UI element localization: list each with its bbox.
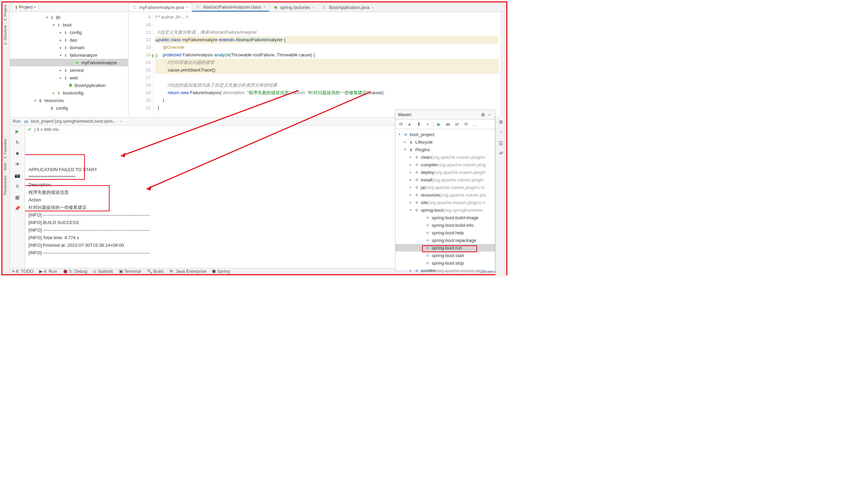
maven-tree-item[interactable]: mspring-boot:stop bbox=[395, 259, 495, 267]
bottom-tab[interactable]: ≡ 6: TODO bbox=[12, 269, 34, 274]
rerun-icon[interactable]: ↻ bbox=[14, 138, 21, 146]
bottom-tab[interactable]: 🐞 5: Debug bbox=[63, 269, 87, 274]
maven-item-label: spring-boot:help bbox=[432, 230, 464, 235]
chevron-icon: ▸ bbox=[58, 68, 63, 72]
maven-tree-item[interactable]: mspring-boot:repackage bbox=[395, 236, 495, 244]
chevron-icon: ▸ bbox=[410, 193, 414, 197]
project-tree[interactable]: ▾▮ljh▾▮boot▸▮config▸▮dao▸▮domain▾▮failur… bbox=[10, 12, 128, 113]
maven-tree-item[interactable]: ▸⚙resources (org.apache.maven.plu bbox=[395, 191, 495, 199]
close-icon[interactable]: × bbox=[263, 5, 266, 9]
lefttab-persist[interactable]: Persistence bbox=[2, 173, 8, 197]
tree-item[interactable]: ▾▮boot bbox=[10, 21, 128, 29]
maven-tree[interactable]: ▾mboot_project▸▮Lifecycle▾▮Plugins▸⚙clea… bbox=[395, 129, 495, 276]
tree-label: web bbox=[70, 75, 78, 80]
chevron-icon: ▸ bbox=[410, 186, 414, 189]
code-line: //自定义失败分析器，继承AbstractFailureAnalyzer bbox=[158, 30, 257, 35]
maven-tool-icon[interactable]: m bbox=[444, 121, 451, 128]
tree-label: failureanalyze bbox=[70, 53, 97, 58]
bottom-tab[interactable]: 🔨 Build bbox=[147, 269, 164, 274]
maven-tool-icon[interactable]: ⟳ bbox=[397, 121, 404, 128]
lefttab-structure[interactable]: Z: Structure bbox=[2, 23, 8, 47]
maven-tool-icon[interactable]: + bbox=[424, 121, 431, 128]
maven-tool-icon[interactable]: ⟲ bbox=[462, 121, 469, 128]
minimize-icon[interactable]: − bbox=[486, 112, 492, 118]
close-icon[interactable]: × bbox=[120, 119, 122, 123]
tree-item[interactable]: ▮config bbox=[10, 104, 128, 112]
maven-tree-item[interactable]: ▾⚙spring-boot (org.springframewor bbox=[395, 206, 495, 214]
pin-icon[interactable]: 📌 bbox=[14, 204, 21, 212]
maven-tool-icon[interactable]: ⇄ bbox=[453, 121, 460, 128]
close-icon[interactable]: × bbox=[312, 5, 314, 10]
tree-item[interactable]: CmyFailureAnalyze bbox=[10, 59, 128, 66]
maven-title: Maven bbox=[398, 112, 412, 117]
maven-tree-item[interactable]: ▸⚙compiler (org.apache.maven.plug bbox=[395, 161, 495, 168]
maven-tree-item[interactable]: ▸⚙surefire (org.apache.maven.plugi bbox=[395, 267, 495, 274]
maven-tree-item[interactable]: mspring-boot:help bbox=[395, 229, 495, 236]
db-icon[interactable]: ☰ bbox=[498, 140, 505, 147]
tree-item[interactable]: ▸▮dao bbox=[10, 36, 128, 44]
run-icon[interactable]: ▶ bbox=[14, 127, 21, 135]
bottom-tab[interactable]: ▣ Terminal bbox=[119, 269, 141, 274]
tree-item[interactable]: ▸▮bootconfig bbox=[10, 89, 128, 97]
lefttab-fav[interactable]: 2: Favorites bbox=[2, 136, 8, 160]
maven-tree-item[interactable]: ▸⚙clean (org.apache.maven.plugins bbox=[395, 153, 495, 161]
view-icon[interactable]: 👁 bbox=[14, 160, 21, 168]
project-view-selector[interactable]: ▮ Project ▾ bbox=[12, 3, 39, 11]
maven-item-group: (org.apache.maven.plugins bbox=[431, 155, 485, 160]
maven-tree-item[interactable]: ▸⚙site (org.apache.maven.plugins:n bbox=[395, 199, 495, 206]
editor-tab[interactable]: CBootApplication.java× bbox=[318, 3, 377, 12]
fold-icon: ▮ bbox=[56, 90, 61, 96]
cls-icon: C bbox=[75, 60, 80, 65]
maven-tree-item[interactable]: mspring-boot:start bbox=[395, 252, 495, 259]
maven-tree-item[interactable]: ▸▮Lifecycle bbox=[395, 138, 495, 146]
maven-tool-icon[interactable]: ⬇ bbox=[415, 121, 422, 128]
maven-tree-item[interactable]: mspring-boot:build-image bbox=[395, 214, 495, 221]
maven-tool-icon[interactable]: … bbox=[471, 121, 478, 128]
tree-item[interactable]: ▸▮config bbox=[10, 29, 128, 36]
lefttab-project[interactable]: 1: Project bbox=[2, 2, 8, 23]
editor-right-strip bbox=[501, 12, 506, 116]
tree-item[interactable]: ▾▮failureanalyze bbox=[10, 51, 128, 59]
close-icon[interactable]: × bbox=[186, 5, 188, 9]
maven-tree-item[interactable]: ▸⚙install (org.apache.maven.plugin bbox=[395, 176, 495, 184]
code-str: "针对问题提供的一些修复建议" bbox=[306, 90, 369, 95]
maven-tool-icon[interactable]: ▸ bbox=[406, 121, 413, 128]
tree-item[interactable]: ▸▮domain bbox=[10, 44, 128, 51]
tree-label: boot bbox=[63, 22, 71, 27]
stop-icon[interactable]: ■ bbox=[14, 149, 21, 157]
tree-item[interactable]: ▾▮resources bbox=[10, 97, 128, 104]
gear-icon[interactable]: ⚙ bbox=[498, 119, 505, 125]
maven-item-group: (org.apache.maven.plug bbox=[438, 162, 486, 167]
maven-tree-item[interactable]: ▾▮Plugins bbox=[395, 146, 495, 153]
editor-tab[interactable]: ⬢spring.factories× bbox=[269, 3, 318, 12]
bottom-tab[interactable]: ⬢ Spring bbox=[212, 269, 230, 274]
gear-icon[interactable]: ⚙ bbox=[480, 112, 486, 118]
maven-tree-item[interactable]: ▸⚙deploy (org.apache.maven.plugin bbox=[395, 168, 495, 176]
layout-icon[interactable]: ▦ bbox=[14, 193, 21, 201]
line-number: 12⚑ bbox=[128, 36, 151, 44]
res-icon: ▮ bbox=[49, 105, 55, 111]
bottom-tab[interactable]: ▶ 4: Run bbox=[39, 269, 57, 274]
code-editor[interactable]: 6101112⚑1314⬆ⓞ15161718192021 /** author … bbox=[128, 12, 501, 116]
code-area[interactable]: /** author JH ...*/ //自定义失败分析器，继承Abstrac… bbox=[153, 12, 501, 116]
chevron-icon: ▾ bbox=[410, 208, 414, 212]
tree-item[interactable]: ▾▮ljh bbox=[10, 13, 128, 21]
maven-tool-icon[interactable]: ▶ bbox=[436, 121, 442, 128]
bottom-tab[interactable]: ☕ Java Enterprise bbox=[169, 269, 206, 274]
tree-item[interactable]: ⬢BootApplication bbox=[10, 81, 128, 89]
close-icon[interactable]: × bbox=[372, 5, 374, 10]
tree-item[interactable]: ▸▮web bbox=[10, 74, 128, 81]
tree-item[interactable]: ▸▮service bbox=[10, 66, 128, 74]
camera-icon[interactable]: 📷 bbox=[14, 171, 21, 179]
editor-tab[interactable]: CmyFailureAnalyze.java× bbox=[128, 3, 192, 12]
maven-tree-item[interactable]: ▾mboot_project bbox=[395, 131, 495, 138]
editor-tab[interactable]: CAbstractFailureAnalyzer.class× bbox=[192, 3, 269, 12]
bottom-tab[interactable]: ⊙ Statistic bbox=[93, 269, 113, 274]
maven-item-group: (org.apache.maven.plugins:m bbox=[426, 185, 484, 190]
lefttab-web[interactable]: Web bbox=[2, 160, 8, 173]
maven-tree-item[interactable]: ▸⚙jar (org.apache.maven.plugins:m bbox=[395, 184, 495, 191]
minimize-icon[interactable]: − bbox=[498, 128, 505, 135]
exit-icon[interactable]: ⎘ bbox=[14, 182, 21, 190]
maven-tree-item[interactable]: mspring-boot:build-info bbox=[395, 221, 495, 229]
tool-icon[interactable]: ⇄ bbox=[498, 149, 505, 156]
